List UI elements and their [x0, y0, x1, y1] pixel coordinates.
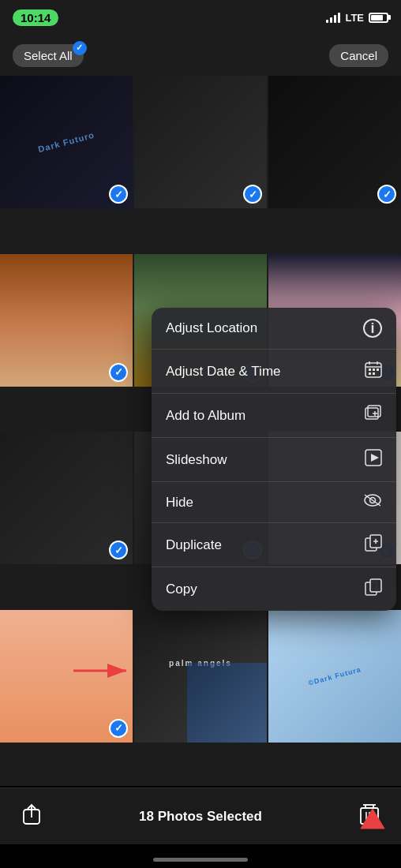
select-all-button[interactable]: Select All: [13, 44, 84, 67]
photo-cell[interactable]: [0, 254, 133, 387]
photo-checkmark: [377, 185, 396, 204]
photo-checkmark: [109, 185, 128, 204]
menu-item-label: Slideshow: [166, 452, 227, 468]
context-menu: Adjust Location i Adjust Date & Time Add…: [152, 308, 396, 611]
menu-item-duplicate[interactable]: Duplicate: [152, 523, 396, 567]
svg-rect-6: [377, 369, 379, 371]
photo-checkmark: [109, 719, 128, 738]
top-bar: Select All Cancel: [0, 35, 401, 76]
calendar-icon: [365, 361, 382, 382]
photo-checkmark: [109, 541, 128, 559]
photo-cell[interactable]: [268, 76, 401, 208]
status-right: LTE: [326, 12, 388, 24]
delete-button[interactable]: [360, 803, 379, 830]
svg-marker-14: [371, 454, 379, 462]
menu-item-label: Adjust Date & Time: [166, 364, 281, 380]
menu-item-hide[interactable]: Hide: [152, 482, 396, 523]
menu-item-add-to-album[interactable]: Add to Album: [152, 394, 396, 438]
duplicate-icon: [365, 534, 382, 556]
svg-rect-23: [370, 579, 381, 592]
photo-cell[interactable]: [134, 76, 267, 208]
copy-icon: [365, 578, 382, 600]
play-icon: [365, 449, 382, 470]
status-bar: 10:14 LTE: [0, 0, 401, 35]
photo-cell[interactable]: [0, 432, 133, 564]
bottom-bar: 18 Photos Selected: [0, 788, 401, 844]
menu-item-adjust-location[interactable]: Adjust Location i: [152, 308, 396, 350]
svg-rect-4: [369, 369, 371, 371]
photo-cell[interactable]: ©Dark Futura: [268, 610, 401, 743]
menu-item-label: Copy: [166, 582, 197, 597]
status-time: 10:14: [13, 9, 58, 26]
menu-item-label: Hide: [166, 495, 193, 511]
hide-icon: [363, 493, 382, 511]
photo-checkmark: [243, 185, 262, 204]
menu-item-copy[interactable]: Copy: [152, 567, 396, 611]
photo-cell[interactable]: [0, 610, 133, 743]
photo-cell[interactable]: palm angels: [134, 610, 267, 743]
battery-icon: [369, 13, 388, 23]
menu-item-label: Adjust Location: [166, 320, 257, 336]
svg-rect-8: [373, 372, 375, 375]
location-icon: i: [363, 319, 382, 338]
select-all-checkmark: [73, 41, 87, 55]
selection-count-label: 18 Photos Selected: [139, 809, 262, 825]
svg-rect-7: [369, 372, 371, 375]
cancel-button[interactable]: Cancel: [329, 44, 388, 67]
lte-label: LTE: [345, 12, 364, 24]
menu-item-slideshow[interactable]: Slideshow: [152, 438, 396, 482]
signal-bars-icon: [326, 12, 340, 23]
album-icon: [365, 405, 382, 426]
menu-item-label: Duplicate: [166, 537, 222, 553]
home-indicator: [153, 858, 248, 862]
menu-item-label: Add to Album: [166, 408, 245, 424]
share-button[interactable]: [22, 803, 41, 830]
menu-item-adjust-date-time[interactable]: Adjust Date & Time: [152, 350, 396, 394]
photo-cell[interactable]: Dark Futuro: [0, 76, 133, 208]
photo-checkmark: [109, 363, 128, 382]
svg-rect-5: [373, 369, 375, 371]
